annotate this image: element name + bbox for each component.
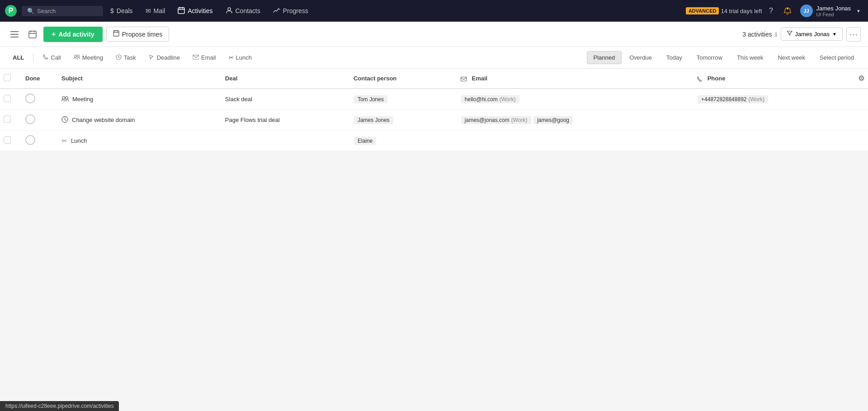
row-contact-cell: Elaine — [346, 131, 453, 151]
header-checkbox-col — [0, 69, 18, 89]
row-checkbox[interactable] — [4, 116, 11, 123]
header-settings: ⚙ — [850, 69, 868, 89]
done-circle-button[interactable] — [25, 93, 35, 103]
menu-toggle-button[interactable] — [7, 27, 22, 42]
filter-deadline[interactable]: Deadline — [143, 52, 185, 64]
row-checkbox-cell — [0, 110, 18, 131]
add-activity-button[interactable]: + Add activity — [43, 27, 103, 42]
contacts-icon — [226, 7, 233, 15]
search-placeholder: Search — [37, 8, 56, 14]
contact-pill[interactable]: Tom Jones — [354, 95, 387, 103]
row-checkbox[interactable] — [4, 95, 11, 102]
period-planned[interactable]: Planned — [587, 51, 622, 64]
svg-rect-2 — [178, 8, 184, 14]
svg-point-23 — [62, 97, 65, 99]
propose-times-button[interactable]: Propose times — [106, 27, 169, 42]
row-subject-cell: Change website domain — [54, 110, 218, 131]
task-icon — [116, 54, 122, 61]
advanced-badge: ADVANCED — [686, 7, 719, 14]
lunch-icon: ✂ — [229, 54, 234, 61]
nav-activities[interactable]: Activities — [172, 4, 218, 18]
filter-meeting[interactable]: Meeting — [68, 52, 108, 63]
header-phone: Phone — [690, 69, 850, 89]
svg-rect-11 — [29, 31, 36, 38]
row-subject-cell: ✂ Lunch — [54, 131, 218, 151]
period-this-week[interactable]: This week — [730, 51, 770, 64]
row-settings-cell — [850, 110, 868, 131]
svg-point-24 — [66, 97, 68, 99]
nav-progress[interactable]: Progress — [268, 4, 314, 18]
user-menu[interactable]: JJ James Jonas UI Feed ▼ — [797, 3, 865, 19]
activity-filter-row: ALL Call Meeting Task Deadline Email ✂ L… — [0, 47, 868, 69]
row-deal-cell: Slack deal — [218, 89, 346, 110]
help-button[interactable]: ? — [764, 4, 778, 18]
contact-pill[interactable]: Elaine — [354, 137, 376, 145]
svg-point-6 — [228, 8, 231, 10]
filter-email[interactable]: Email — [187, 52, 222, 63]
filter-all[interactable]: ALL — [7, 52, 29, 63]
period-next-week[interactable]: Next week — [771, 51, 812, 64]
user-info: James Jonas UI Feed — [816, 5, 851, 17]
filter-call[interactable]: Call — [37, 52, 66, 64]
app-logo: P — [4, 4, 18, 18]
info-icon[interactable]: ℹ — [775, 31, 777, 38]
period-tomorrow[interactable]: Tomorrow — [690, 51, 729, 64]
nav-contacts[interactable]: Contacts — [220, 4, 266, 18]
activity-type: ✂ Lunch — [61, 137, 211, 145]
period-overdue[interactable]: Overdue — [623, 51, 659, 64]
activities-icon — [178, 7, 185, 15]
row-subject-cell: Meeting — [54, 89, 218, 110]
row-email-cell: hello@hi.com (Work) — [453, 89, 690, 110]
notifications-button[interactable] — [780, 4, 795, 18]
row-done-cell — [18, 131, 54, 151]
period-today[interactable]: Today — [660, 51, 689, 64]
nav-mail[interactable]: ✉ Mail — [140, 5, 171, 17]
activity-type: Change website domain — [61, 116, 211, 124]
more-options-button[interactable]: ⋯ — [846, 27, 861, 42]
user-filter-button[interactable]: James Jonas ▼ — [781, 28, 843, 41]
svg-point-20 — [77, 55, 79, 57]
page-toolbar: + Add activity Propose times 3 activitie… — [0, 22, 868, 47]
row-email-cell — [453, 131, 690, 151]
row-checkbox[interactable] — [4, 136, 11, 144]
deadline-icon — [149, 54, 155, 61]
progress-icon — [273, 7, 280, 15]
activities-table: Done Subject Deal Contact person Email — [0, 69, 868, 151]
table-row: Change website domain Page Flows trial d… — [0, 110, 868, 131]
filter-lunch[interactable]: ✂ Lunch — [223, 52, 257, 63]
propose-icon — [113, 30, 119, 38]
email-col-icon — [461, 75, 470, 82]
contact-pill[interactable]: James Jones — [354, 116, 393, 124]
row-contact-cell: Tom Jones — [346, 89, 453, 110]
call-icon — [42, 54, 48, 61]
nav-deals[interactable]: $ Deals — [105, 5, 138, 17]
user-menu-chevron-icon: ▼ — [856, 9, 861, 14]
calendar-view-button[interactable] — [25, 27, 40, 42]
mail-icon: ✉ — [146, 7, 151, 14]
search-icon: 🔍 — [27, 8, 34, 14]
email-pill: james@jonas.com (Work) — [461, 116, 531, 124]
svg-rect-15 — [113, 31, 119, 36]
filter-task[interactable]: Task — [110, 52, 142, 64]
period-tabs: Planned Overdue Today Tomorrow This week… — [587, 51, 861, 64]
select-all-checkbox[interactable] — [4, 74, 11, 81]
header-email: Email — [453, 69, 690, 89]
period-select[interactable]: Select period — [813, 51, 861, 64]
header-deal: Deal — [218, 69, 346, 89]
row-email-cell: james@jonas.com (Work) james@goog — [453, 110, 690, 131]
row-deal-cell — [218, 131, 346, 151]
phone-pill: +44872828848892 (Work) — [698, 95, 768, 103]
phone-col-icon — [697, 75, 706, 82]
done-circle-button[interactable] — [25, 135, 35, 145]
add-icon: + — [52, 30, 56, 38]
row-phone-cell: +44872828848892 (Work) — [690, 89, 850, 110]
row-settings-cell — [850, 89, 868, 110]
done-circle-button[interactable] — [25, 114, 35, 124]
svg-rect-22 — [461, 77, 466, 81]
avatar: JJ — [800, 5, 813, 17]
top-navigation: P 🔍 Search $ Deals ✉ Mail Activities Con… — [0, 0, 868, 22]
filter-section: James Jonas ▼ ⋯ — [781, 27, 861, 42]
table-settings-icon[interactable]: ⚙ — [858, 75, 864, 82]
meeting-type-icon — [61, 95, 69, 103]
search-bar[interactable]: 🔍 Search — [22, 6, 103, 16]
